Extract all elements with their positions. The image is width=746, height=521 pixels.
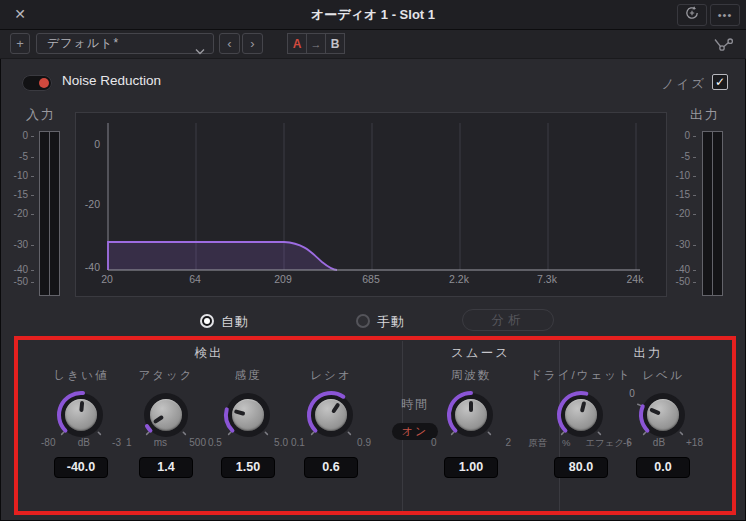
x-axis-tick: 209 — [263, 273, 303, 285]
prev-preset-button[interactable]: ‹ — [219, 33, 240, 54]
knob-label-frequency: 周波数 — [421, 368, 521, 383]
meter-tick: -5 — [672, 151, 696, 162]
section-title-output: 出力 — [559, 345, 737, 362]
scale-unit: dB — [653, 437, 665, 449]
ab-compare-b-button[interactable]: B — [325, 33, 345, 54]
knob-label-level: レベル — [613, 368, 713, 383]
x-axis-tick: 685 — [351, 273, 391, 285]
knob-scale-threshold: -80dB-3 — [41, 437, 121, 449]
meter-tick: -5 — [10, 151, 34, 162]
scale-unit: dB — [78, 437, 90, 449]
knob-cap — [232, 399, 264, 431]
knob-scale-level: -6dB+18 — [623, 437, 703, 449]
knob-cap — [455, 399, 487, 431]
scale-min: 1 — [126, 437, 132, 449]
knob-sensitivity[interactable] — [220, 387, 276, 443]
time-label: 時間 — [388, 396, 442, 413]
options-menu-button[interactable]: ••• — [710, 4, 740, 26]
meter-tick: -50 — [672, 276, 696, 287]
meter-tick: -10 — [672, 170, 696, 181]
x-axis-tick: 20 — [87, 273, 127, 285]
noise-bypass-label: ノイズ — [640, 76, 706, 93]
annotation-rect — [14, 336, 736, 515]
plugin-enable-toggle[interactable] — [22, 75, 52, 91]
preset-toolbar: + デフォルト* ‹ › A → B — [0, 30, 746, 59]
output-meter-label: 出力 — [690, 106, 720, 124]
radio-manual-label: 手動 — [377, 313, 405, 331]
knob-level[interactable] — [635, 387, 691, 443]
output-meter-bar-right — [712, 131, 723, 296]
meter-tick: -40 — [10, 264, 34, 275]
meter-tick: -40 — [672, 264, 696, 275]
knob-scale-frequency: 02 — [431, 437, 511, 449]
y-axis-tick: -20 — [74, 198, 100, 210]
knob-ratio[interactable] — [303, 387, 359, 443]
input-meter-label: 入力 — [26, 106, 56, 124]
ab-compare-a-button[interactable]: A — [287, 33, 307, 54]
knob-label-ratio: レシオ — [281, 368, 381, 383]
scale-min: 原音 — [528, 437, 547, 449]
knob-scale-ratio: 0.10.9 — [291, 437, 371, 449]
knob-drywet[interactable] — [553, 387, 609, 443]
radio-auto-label: 自動 — [221, 313, 249, 331]
value-attack[interactable]: 1.4 — [139, 457, 193, 478]
title-bar: ✕ オーディオ 1 - Slot 1 ••• — [0, 0, 746, 30]
automation-icon[interactable] — [712, 36, 736, 56]
value-ratio[interactable]: 0.6 — [304, 457, 358, 478]
knob-cap — [315, 399, 347, 431]
meter-tick: 0 — [672, 130, 696, 141]
scale-max: 2 — [505, 437, 511, 449]
meter-tick: -15 — [672, 189, 696, 200]
meter-tick: -50 — [10, 276, 34, 287]
knob-cap — [150, 399, 182, 431]
scale-min: 0 — [431, 437, 437, 449]
radio-auto[interactable] — [200, 314, 214, 328]
preset-dropdown[interactable]: デフォルト* — [36, 33, 214, 54]
next-preset-button[interactable]: › — [242, 33, 263, 54]
scale-min: -80 — [41, 437, 55, 449]
knob-scale-drywet: 原音%エフェクト — [528, 437, 634, 449]
scale-max: 500 — [189, 437, 206, 449]
meter-tick: 0 — [10, 130, 34, 141]
knob-threshold[interactable] — [53, 387, 109, 443]
value-frequency[interactable]: 1.00 — [444, 457, 498, 478]
chevron-down-icon — [195, 41, 205, 59]
radio-manual[interactable] — [356, 314, 370, 328]
scale-unit: ms — [154, 437, 167, 449]
x-axis-tick: 2.2k — [439, 273, 479, 285]
scale-max: 5.0 — [274, 437, 288, 449]
knob-frequency[interactable] — [443, 387, 499, 443]
scale-min: -6 — [623, 437, 632, 449]
frequency-graph-panel[interactable] — [75, 112, 667, 297]
section-title-smooth: スムース — [402, 345, 559, 362]
x-axis-tick: 7.3k — [527, 273, 567, 285]
reset-button[interactable] — [677, 4, 707, 26]
add-preset-button[interactable]: + — [10, 33, 30, 54]
scale-min: 0.1 — [291, 437, 305, 449]
knob-attack[interactable] — [138, 387, 194, 443]
meter-tick: -30 — [672, 239, 696, 250]
value-threshold[interactable]: -40.0 — [54, 457, 108, 478]
meter-tick: -20 — [672, 208, 696, 219]
ab-compare-group: A → B — [287, 33, 345, 54]
input-meter-bar-right — [49, 131, 60, 296]
y-axis-tick: -40 — [74, 261, 100, 273]
meter-tick: -20 — [10, 208, 34, 219]
meter-tick: -15 — [10, 189, 34, 200]
window-title: オーディオ 1 - Slot 1 — [0, 0, 746, 29]
scale-max: -3 — [112, 437, 121, 449]
ab-copy-arrow-button[interactable]: → — [306, 33, 326, 54]
analyze-button[interactable]: 分析 — [462, 309, 554, 331]
scale-max: +18 — [686, 437, 703, 449]
scale-unit: % — [562, 437, 570, 449]
y-axis-tick: 0 — [74, 138, 100, 150]
knob-cap — [565, 399, 597, 431]
preset-name: デフォルト* — [47, 35, 119, 52]
meter-tick: -10 — [10, 170, 34, 181]
value-sensitivity[interactable]: 1.50 — [221, 457, 275, 478]
reset-icon — [683, 4, 701, 26]
value-drywet[interactable]: 80.0 — [554, 457, 608, 478]
plugin-title: Noise Reduction — [62, 73, 161, 88]
noise-checkbox[interactable]: ✓ — [712, 74, 728, 90]
value-level[interactable]: 0.0 — [636, 457, 690, 478]
